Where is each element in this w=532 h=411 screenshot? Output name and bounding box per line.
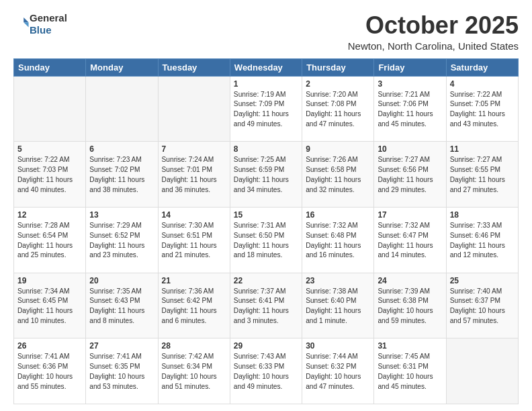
day-number: 18 — [450, 210, 515, 220]
svg-marker-1 — [24, 22, 28, 27]
day-info: Sunrise: 7:21 AM Sunset: 7:06 PM Dayligh… — [378, 90, 442, 130]
day-number: 9 — [306, 144, 370, 154]
calendar-header-row: Sunday Monday Tuesday Wednesday Thursday… — [14, 58, 519, 76]
calendar-week-2: 5Sunrise: 7:22 AM Sunset: 7:03 PM Daylig… — [14, 142, 519, 208]
svg-marker-0 — [24, 17, 28, 22]
calendar-cell: 28Sunrise: 7:42 AM Sunset: 6:34 PM Dayli… — [158, 338, 230, 404]
day-number: 17 — [378, 210, 442, 220]
header: General Blue October 2025 Newton, North … — [13, 12, 519, 52]
calendar-cell: 12Sunrise: 7:28 AM Sunset: 6:54 PM Dayli… — [14, 207, 86, 273]
calendar-cell: 17Sunrise: 7:32 AM Sunset: 6:47 PM Dayli… — [374, 207, 446, 273]
calendar-cell: 29Sunrise: 7:43 AM Sunset: 6:33 PM Dayli… — [230, 338, 302, 404]
day-info: Sunrise: 7:22 AM Sunset: 7:05 PM Dayligh… — [450, 90, 515, 130]
day-info: Sunrise: 7:38 AM Sunset: 6:40 PM Dayligh… — [306, 287, 370, 326]
day-info: Sunrise: 7:30 AM Sunset: 6:51 PM Dayligh… — [162, 221, 226, 261]
logo: General Blue — [13, 12, 67, 36]
day-number: 11 — [450, 144, 515, 154]
calendar-cell: 22Sunrise: 7:37 AM Sunset: 6:41 PM Dayli… — [230, 273, 302, 338]
col-sunday: Sunday — [14, 58, 86, 76]
col-friday: Friday — [374, 58, 446, 76]
calendar-cell: 2Sunrise: 7:20 AM Sunset: 7:08 PM Daylig… — [302, 76, 374, 142]
day-number: 26 — [17, 341, 82, 351]
day-info: Sunrise: 7:26 AM Sunset: 6:58 PM Dayligh… — [306, 155, 370, 195]
calendar-week-4: 19Sunrise: 7:34 AM Sunset: 6:45 PM Dayli… — [14, 273, 519, 338]
calendar-cell: 10Sunrise: 7:27 AM Sunset: 6:56 PM Dayli… — [374, 142, 446, 208]
calendar-week-1: 1Sunrise: 7:19 AM Sunset: 7:09 PM Daylig… — [14, 76, 519, 142]
day-number: 2 — [306, 79, 370, 89]
day-number: 24 — [378, 276, 442, 285]
calendar-cell: 18Sunrise: 7:33 AM Sunset: 6:46 PM Dayli… — [446, 207, 518, 273]
calendar-cell: 5Sunrise: 7:22 AM Sunset: 7:03 PM Daylig… — [14, 142, 86, 208]
day-number: 23 — [306, 276, 370, 285]
day-number: 27 — [89, 341, 154, 351]
day-number: 29 — [234, 341, 298, 351]
calendar-cell: 24Sunrise: 7:39 AM Sunset: 6:38 PM Dayli… — [374, 273, 446, 338]
day-info: Sunrise: 7:24 AM Sunset: 7:01 PM Dayligh… — [162, 155, 226, 195]
logo-general: General — [30, 12, 67, 24]
day-info: Sunrise: 7:40 AM Sunset: 6:37 PM Dayligh… — [450, 287, 515, 326]
day-info: Sunrise: 7:33 AM Sunset: 6:46 PM Dayligh… — [450, 221, 515, 261]
calendar-cell: 4Sunrise: 7:22 AM Sunset: 7:05 PM Daylig… — [446, 76, 518, 142]
day-info: Sunrise: 7:45 AM Sunset: 6:31 PM Dayligh… — [378, 352, 442, 392]
day-number: 25 — [450, 276, 515, 285]
col-wednesday: Wednesday — [230, 58, 302, 76]
day-number: 4 — [450, 79, 515, 89]
day-info: Sunrise: 7:34 AM Sunset: 6:45 PM Dayligh… — [17, 287, 82, 326]
day-info: Sunrise: 7:27 AM Sunset: 6:56 PM Dayligh… — [378, 155, 442, 195]
calendar-cell: 19Sunrise: 7:34 AM Sunset: 6:45 PM Dayli… — [14, 273, 86, 338]
day-info: Sunrise: 7:22 AM Sunset: 7:03 PM Dayligh… — [17, 155, 82, 195]
day-info: Sunrise: 7:41 AM Sunset: 6:35 PM Dayligh… — [89, 352, 154, 392]
calendar-cell: 16Sunrise: 7:32 AM Sunset: 6:48 PM Dayli… — [302, 207, 374, 273]
logo-icon — [15, 15, 30, 30]
calendar-cell: 6Sunrise: 7:23 AM Sunset: 7:02 PM Daylig… — [86, 142, 158, 208]
calendar-cell: 3Sunrise: 7:21 AM Sunset: 7:06 PM Daylig… — [374, 76, 446, 142]
day-info: Sunrise: 7:27 AM Sunset: 6:55 PM Dayligh… — [450, 155, 515, 195]
month-title: October 2025 — [348, 12, 519, 39]
day-info: Sunrise: 7:32 AM Sunset: 6:47 PM Dayligh… — [378, 221, 442, 261]
day-number: 5 — [17, 144, 82, 154]
day-number: 28 — [162, 341, 226, 351]
calendar-cell: 7Sunrise: 7:24 AM Sunset: 7:01 PM Daylig… — [158, 142, 230, 208]
day-number: 13 — [89, 210, 154, 220]
day-info: Sunrise: 7:37 AM Sunset: 6:41 PM Dayligh… — [234, 287, 298, 326]
day-info: Sunrise: 7:31 AM Sunset: 6:50 PM Dayligh… — [234, 221, 298, 261]
day-info: Sunrise: 7:43 AM Sunset: 6:33 PM Dayligh… — [234, 352, 298, 392]
col-tuesday: Tuesday — [158, 58, 230, 76]
day-number: 12 — [17, 210, 82, 220]
calendar-cell: 11Sunrise: 7:27 AM Sunset: 6:55 PM Dayli… — [446, 142, 518, 208]
day-info: Sunrise: 7:42 AM Sunset: 6:34 PM Dayligh… — [162, 352, 226, 392]
calendar-cell: 15Sunrise: 7:31 AM Sunset: 6:50 PM Dayli… — [230, 207, 302, 273]
calendar-cell: 1Sunrise: 7:19 AM Sunset: 7:09 PM Daylig… — [230, 76, 302, 142]
day-info: Sunrise: 7:20 AM Sunset: 7:08 PM Dayligh… — [306, 90, 370, 130]
day-number: 19 — [17, 276, 82, 285]
calendar-cell — [158, 76, 230, 142]
calendar-cell: 9Sunrise: 7:26 AM Sunset: 6:58 PM Daylig… — [302, 142, 374, 208]
calendar-cell — [446, 338, 518, 404]
day-number: 21 — [162, 276, 226, 285]
calendar-table: Sunday Monday Tuesday Wednesday Thursday… — [13, 58, 519, 404]
day-info: Sunrise: 7:23 AM Sunset: 7:02 PM Dayligh… — [89, 155, 154, 195]
calendar-cell: 20Sunrise: 7:35 AM Sunset: 6:43 PM Dayli… — [86, 273, 158, 338]
day-number: 14 — [162, 210, 226, 220]
calendar-cell: 26Sunrise: 7:41 AM Sunset: 6:36 PM Dayli… — [14, 338, 86, 404]
day-info: Sunrise: 7:41 AM Sunset: 6:36 PM Dayligh… — [17, 352, 82, 392]
calendar-cell: 27Sunrise: 7:41 AM Sunset: 6:35 PM Dayli… — [86, 338, 158, 404]
day-info: Sunrise: 7:36 AM Sunset: 6:42 PM Dayligh… — [162, 287, 226, 326]
col-monday: Monday — [86, 58, 158, 76]
page: General Blue October 2025 Newton, North … — [0, 0, 532, 411]
calendar-week-5: 26Sunrise: 7:41 AM Sunset: 6:36 PM Dayli… — [14, 338, 519, 404]
calendar-cell — [86, 76, 158, 142]
day-info: Sunrise: 7:29 AM Sunset: 6:52 PM Dayligh… — [89, 221, 154, 261]
day-number: 10 — [378, 144, 442, 154]
day-info: Sunrise: 7:35 AM Sunset: 6:43 PM Dayligh… — [89, 287, 154, 326]
calendar-cell: 23Sunrise: 7:38 AM Sunset: 6:40 PM Dayli… — [302, 273, 374, 338]
calendar-week-3: 12Sunrise: 7:28 AM Sunset: 6:54 PM Dayli… — [14, 207, 519, 273]
day-number: 6 — [89, 144, 154, 154]
logo-blue: Blue — [30, 24, 52, 36]
day-info: Sunrise: 7:25 AM Sunset: 6:59 PM Dayligh… — [234, 155, 298, 195]
day-number: 15 — [234, 210, 298, 220]
day-number: 20 — [89, 276, 154, 285]
day-number: 1 — [234, 79, 298, 89]
day-info: Sunrise: 7:32 AM Sunset: 6:48 PM Dayligh… — [306, 221, 370, 261]
day-number: 8 — [234, 144, 298, 154]
